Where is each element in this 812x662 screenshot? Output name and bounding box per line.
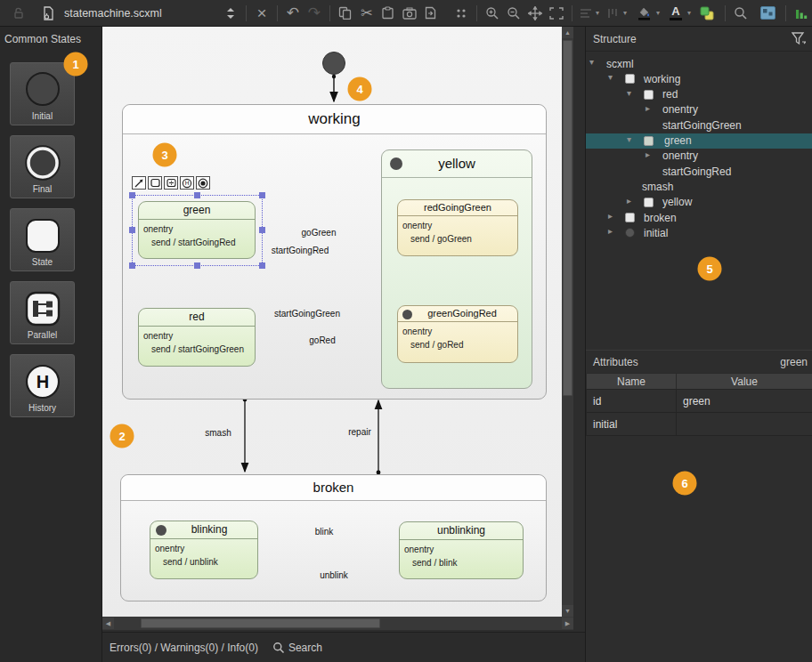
attribute-value-initial[interactable]: [676, 412, 812, 436]
transition-label-startGoingGreen[interactable]: startGoingGreen: [274, 309, 340, 319]
tile-parallel[interactable]: Parallel: [10, 281, 75, 344]
chevron-right-icon[interactable]: ▸: [627, 196, 631, 206]
tree-item-onentry[interactable]: ▸ onentry: [586, 102, 812, 117]
zoom-in-icon[interactable]: [482, 3, 503, 24]
align-vertical-icon[interactable]: [605, 3, 622, 24]
tree-item-green[interactable]: ▾ green: [586, 133, 812, 149]
export-icon[interactable]: [420, 3, 442, 24]
chevron-down-icon[interactable]: ▾: [623, 9, 627, 17]
scroll-down-icon[interactable]: ▼: [562, 605, 573, 617]
chevron-down-icon[interactable]: ▾: [656, 9, 660, 17]
transition-label-smash[interactable]: smash: [205, 428, 231, 438]
scroll-right-icon[interactable]: ▶: [562, 618, 573, 629]
chevron-down-icon[interactable]: ▾: [596, 9, 599, 17]
paste-icon[interactable]: [378, 3, 399, 24]
state-greenGoingRed[interactable]: greenGoingRed onentrysend / goRed: [397, 305, 518, 363]
state-icon: [644, 90, 654, 100]
transition-label-goRed[interactable]: goRed: [309, 335, 335, 345]
state-red[interactable]: red onentrysend / startGoingGreen: [138, 308, 256, 367]
transition-label-repair[interactable]: repair: [348, 427, 371, 437]
selection-handle[interactable]: [194, 262, 200, 269]
selection-handle[interactable]: [259, 262, 265, 269]
palette-final-button[interactable]: [196, 176, 210, 190]
undo-icon[interactable]: ↶: [282, 3, 304, 24]
grid-dots-icon[interactable]: [451, 3, 472, 24]
fill-color-icon[interactable]: [634, 3, 655, 24]
issues-summary[interactable]: Errors(0) / Warnings(0) / Info(0): [110, 642, 258, 654]
chevron-down-icon[interactable]: ▾: [627, 88, 631, 98]
tile-history[interactable]: H History: [10, 354, 75, 417]
chevron-down-icon[interactable]: ▾: [608, 72, 613, 82]
chevron-down-icon[interactable]: ▾: [627, 134, 631, 144]
search-toggle[interactable]: Search: [272, 642, 322, 654]
selection-handle[interactable]: [194, 192, 200, 198]
align-horizontal-icon[interactable]: [577, 3, 595, 24]
scroll-up-icon[interactable]: ▲: [562, 27, 573, 38]
transition-label-goGreen[interactable]: goGreen: [302, 228, 337, 238]
navigator-icon[interactable]: [757, 3, 778, 24]
chevron-right-icon[interactable]: ▸: [608, 211, 613, 221]
tile-final[interactable]: Final: [10, 135, 75, 198]
chevron-down-icon[interactable]: ▾: [687, 9, 691, 17]
attributes-context: green: [780, 356, 808, 368]
palette-history-button[interactable]: H: [180, 176, 194, 190]
fit-to-view-icon[interactable]: [546, 3, 567, 24]
tree-item-scxml[interactable]: ▾ scxml: [586, 56, 812, 71]
color-theme-icon[interactable]: [696, 3, 718, 24]
transition-label-startGoingRed[interactable]: startGoingRed: [272, 246, 329, 255]
pan-icon[interactable]: [524, 3, 546, 24]
vertical-scrollbar[interactable]: ▲ ▼: [562, 27, 573, 617]
transition-label-blink[interactable]: blink: [315, 527, 334, 537]
tree-item-broken[interactable]: ▸ broken: [586, 210, 812, 225]
tree-item-onentry[interactable]: ▸ onentry: [586, 149, 812, 164]
palette-transition-button[interactable]: [132, 176, 146, 190]
tree-item-initial[interactable]: ▸ initial: [586, 225, 812, 240]
redo-icon[interactable]: ↷: [304, 3, 325, 24]
close-icon[interactable]: ×: [251, 3, 272, 24]
chevron-right-icon[interactable]: ▸: [608, 226, 613, 236]
state-blinking[interactable]: blinking onentrysend / unblink: [150, 521, 258, 579]
search-icon[interactable]: [730, 3, 751, 24]
vertical-scrollbar-thumb[interactable]: [563, 40, 572, 396]
chevron-right-icon[interactable]: ▸: [646, 149, 650, 159]
state-unblinking[interactable]: unblinking onentrysend / blink: [399, 521, 524, 579]
horizontal-scrollbar-thumb[interactable]: [141, 618, 380, 628]
selection-handle[interactable]: [259, 192, 265, 198]
state-green[interactable]: green onentrysend / startGoingRed: [138, 201, 256, 259]
copy-icon[interactable]: [335, 3, 356, 24]
document-spinner-icon[interactable]: [220, 3, 241, 24]
tree-item-startGoingRed[interactable]: startGoingRed: [586, 164, 812, 179]
selection-handle[interactable]: [129, 192, 135, 198]
screenshot-icon[interactable]: [399, 3, 420, 24]
selection-handle[interactable]: [129, 262, 135, 269]
state-redGoingGreen[interactable]: redGoingGreen onentrysend / goGreen: [397, 199, 518, 256]
tree-item-smash[interactable]: smash: [586, 179, 812, 194]
main-toolbar: statemachine.scxml × ↶ ↷ ✂: [0, 0, 812, 27]
filter-icon[interactable]: [792, 32, 806, 49]
attribute-value-id[interactable]: green: [676, 389, 812, 413]
scroll-left-icon[interactable]: ◀: [102, 618, 114, 629]
statistics-icon[interactable]: [791, 3, 812, 24]
tile-initial[interactable]: Initial: [10, 62, 75, 125]
statechart-canvas[interactable]: working yellow redGoingGreen onentrysend…: [102, 27, 562, 617]
tree-item-startGoingGreen[interactable]: startGoingGreen: [586, 117, 812, 133]
chevron-down-icon[interactable]: ▾: [589, 57, 594, 67]
chevron-right-icon[interactable]: ▸: [646, 103, 650, 113]
palette-state-button[interactable]: [148, 176, 162, 190]
transition-label-unblink[interactable]: unblink: [320, 570, 348, 580]
history-icon: H: [22, 361, 63, 402]
lock-open-icon[interactable]: [9, 3, 30, 24]
attributes-title: Attributes: [593, 356, 638, 368]
font-color-icon[interactable]: A: [665, 3, 686, 24]
palette-parallel-button[interactable]: [164, 176, 178, 190]
selection-handle[interactable]: [129, 227, 135, 233]
tree-item-red[interactable]: ▾ red: [586, 87, 812, 102]
horizontal-scrollbar[interactable]: ◀ ▶: [102, 617, 573, 630]
zoom-out-icon[interactable]: [503, 3, 524, 24]
cut-icon[interactable]: ✂: [356, 3, 378, 24]
tree-item-yellow[interactable]: ▸ yellow: [586, 195, 812, 210]
onentry-label: onentry: [155, 542, 257, 555]
tile-state[interactable]: State: [10, 208, 75, 271]
tree-item-working[interactable]: ▾ working: [586, 71, 812, 86]
selection-handle[interactable]: [259, 227, 265, 233]
